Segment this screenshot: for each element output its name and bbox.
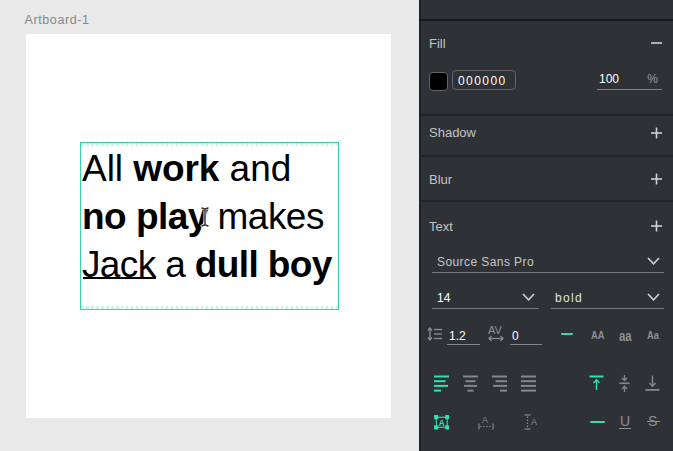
svg-text:A: A xyxy=(531,417,537,427)
svg-text:AV: AV xyxy=(488,324,503,336)
svg-text:A: A xyxy=(482,415,488,425)
svg-text:A: A xyxy=(438,419,444,428)
